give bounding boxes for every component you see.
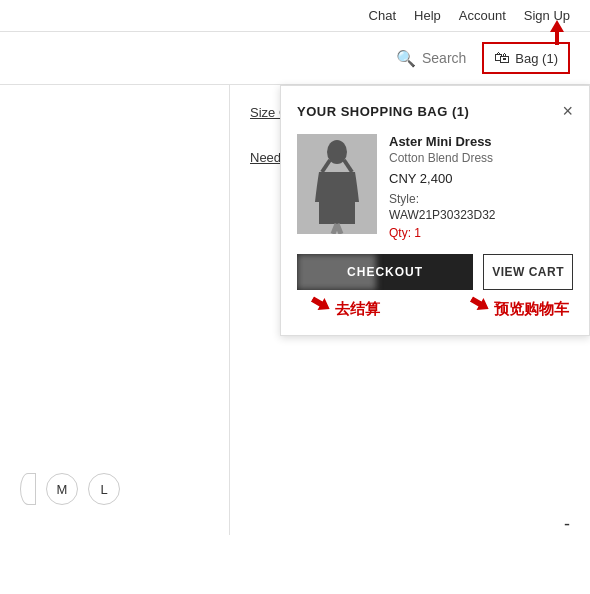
bag-icon: 🛍 <box>494 49 510 67</box>
search-box[interactable]: 🔍 Search <box>396 49 466 68</box>
bag-button[interactable]: 🛍 Bag (1) <box>482 42 570 74</box>
svg-marker-0 <box>550 20 564 45</box>
size-btn-l[interactable]: L <box>88 473 120 505</box>
arrow-to-bag-icon <box>542 20 572 45</box>
cart-item: Aster Mini Dress Cotton Blend Dress CNY … <box>297 134 573 240</box>
left-area: M L <box>0 85 230 535</box>
close-button[interactable]: × <box>562 102 573 120</box>
arrow-to-viewcart-icon <box>466 290 493 317</box>
top-navigation: Chat Help Account Sign Up <box>0 0 590 32</box>
nav-help[interactable]: Help <box>414 8 441 23</box>
item-style-label: Style: <box>389 192 573 206</box>
checkout-button[interactable]: CHECKOUT <box>297 254 473 290</box>
size-btn-m[interactable]: M <box>46 473 78 505</box>
bottom-line: - <box>564 514 570 535</box>
nav-account[interactable]: Account <box>459 8 506 23</box>
bag-button-wrapper: 🛍 Bag (1) <box>482 42 570 74</box>
search-icon: 🔍 <box>396 49 416 68</box>
cart-buttons: CHECKOUT VIEW CART <box>297 254 573 290</box>
size-selectors: M L <box>20 473 120 505</box>
view-cart-annotation: 预览购物车 <box>494 300 569 317</box>
nav-chat[interactable]: Chat <box>369 8 396 23</box>
item-price: CNY 2,400 <box>389 171 573 186</box>
bag-title: YOUR SHOPPING BAG (1) <box>297 104 469 119</box>
size-btn-half[interactable] <box>20 473 36 505</box>
dropdown-header: YOUR SHOPPING BAG (1) × <box>297 102 573 120</box>
search-bar-row: 🔍 Search 🛍 Bag (1) <box>0 32 590 85</box>
checkout-annotation: 去结算 <box>335 300 380 317</box>
svg-marker-7 <box>309 293 333 315</box>
item-qty: Qty: 1 <box>389 226 573 240</box>
item-name: Aster Mini Dress <box>389 134 573 149</box>
cart-item-details: Aster Mini Dress Cotton Blend Dress CNY … <box>389 134 573 240</box>
view-cart-button[interactable]: VIEW CART <box>483 254 573 290</box>
svg-marker-8 <box>467 293 491 315</box>
search-label: Search <box>422 50 466 66</box>
item-image <box>297 134 377 234</box>
bag-label: Bag (1) <box>515 51 558 66</box>
item-description: Cotton Blend Dress <box>389 151 573 165</box>
main-content: M L Size Guide › Need Help › - YOUR SHOP… <box>0 85 590 535</box>
shopping-bag-dropdown: YOUR SHOPPING BAG (1) × <box>280 85 590 336</box>
arrow-to-checkout-icon <box>307 290 334 317</box>
item-style-value: WAW21P30323D32 <box>389 208 573 222</box>
